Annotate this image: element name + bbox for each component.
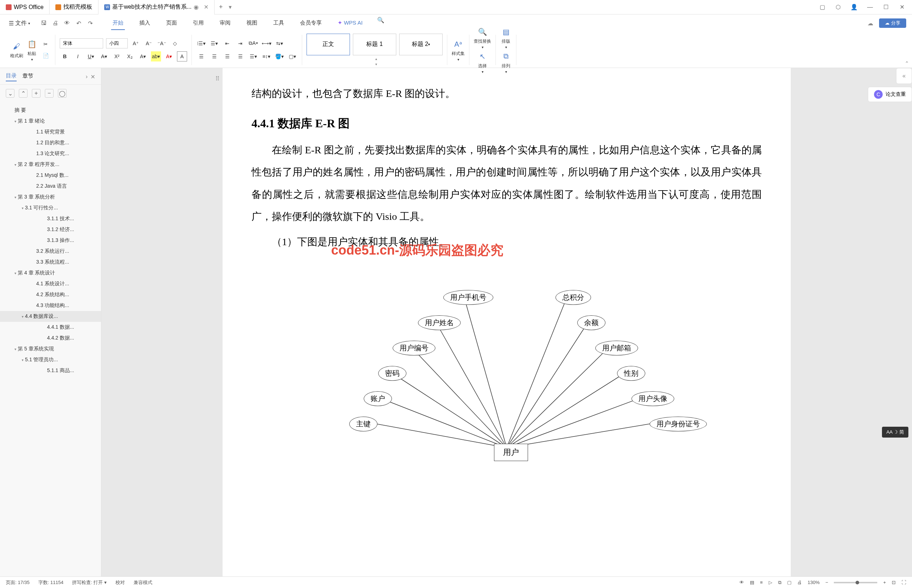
maximize-button[interactable]: ☐ xyxy=(881,3,890,11)
increase-font-button[interactable]: A⁺ xyxy=(131,38,141,48)
nav-next-icon[interactable]: › xyxy=(86,73,87,80)
ribbon-collapse-icon[interactable]: ⌃ xyxy=(905,60,909,66)
view-play-icon[interactable]: ▷ xyxy=(769,580,772,585)
find-replace-button[interactable]: 🔍 查找替换▾ xyxy=(474,26,491,49)
font-name-select[interactable] xyxy=(60,38,103,48)
language-toggle[interactable]: AA ☽ 简 xyxy=(882,427,909,438)
toc-item[interactable]: 4.4.1 数据... xyxy=(0,322,101,333)
toc-item[interactable]: 3.1.1 技术... xyxy=(0,213,101,224)
decrease-font-button[interactable]: A⁻ xyxy=(144,38,154,48)
cut-button[interactable]: ✂ xyxy=(40,39,51,49)
tab-insert[interactable]: 插入 xyxy=(138,17,152,30)
word-count[interactable]: 字数: 11154 xyxy=(38,579,63,586)
icon-1[interactable]: ▢ xyxy=(818,3,826,11)
view-outline-icon[interactable]: ⧉ xyxy=(778,580,781,585)
preview-icon[interactable]: 👁 xyxy=(63,19,71,27)
sidebar-tab-outline[interactable]: 目录 xyxy=(6,72,17,81)
style-normal[interactable]: 正文 xyxy=(306,34,350,55)
toc-item[interactable]: 4.1 系统设计... xyxy=(0,278,101,289)
style-down-icon[interactable]: ▾ xyxy=(375,62,377,66)
toc-item[interactable]: 4.2 系统结构... xyxy=(0,289,101,300)
decrease-indent-button[interactable]: ⇤ xyxy=(222,38,232,48)
tab-wps-ai[interactable]: ✦ WPS AI xyxy=(336,17,364,30)
align-center-button[interactable]: ☰ xyxy=(209,51,219,61)
highlight-button[interactable]: ab▾ xyxy=(151,51,161,61)
style-up-icon[interactable]: ▴ xyxy=(375,57,377,61)
toc-item[interactable]: ▾4.4 数据库设... xyxy=(0,311,101,322)
tab-start[interactable]: 开始 xyxy=(111,17,125,30)
select-button[interactable]: ↖ 选择▾ xyxy=(476,51,488,74)
tab-page[interactable]: 页面 xyxy=(165,17,178,30)
undo-icon[interactable]: ↶ xyxy=(75,19,82,27)
toc-expand-icon[interactable]: ▾ xyxy=(15,271,16,275)
sidebar-tab-chapters[interactable]: 章节 xyxy=(23,73,33,81)
superscript-button[interactable]: X² xyxy=(112,51,122,61)
fit-width-icon[interactable]: ⊡ xyxy=(892,580,896,585)
toc-item[interactable]: 1.2 目的和意... xyxy=(0,137,101,148)
toc-item[interactable]: 2.2 Java 语言 xyxy=(0,181,101,192)
style-set-button[interactable]: Aᵃ 样式集▾ xyxy=(452,38,465,61)
zoom-in-button[interactable]: + xyxy=(883,580,886,585)
arrange-button[interactable]: ▤ 排版▾ xyxy=(500,26,512,49)
tool-add-icon[interactable]: + xyxy=(32,89,40,98)
text-effect-button[interactable]: A▾ xyxy=(138,51,148,61)
italic-button[interactable]: I xyxy=(73,51,83,61)
close-button[interactable]: ✕ xyxy=(897,3,906,11)
tab-document[interactable]: W 基于web技术的土特产销售系... ◉ ✕ xyxy=(99,0,215,15)
close-icon[interactable]: ✕ xyxy=(204,3,209,10)
toc-expand-icon[interactable]: ▾ xyxy=(22,315,24,318)
underline-button[interactable]: U▾ xyxy=(86,51,96,61)
toc-expand-icon[interactable]: ▾ xyxy=(15,195,16,199)
toc-item[interactable]: 4.4.2 数据... xyxy=(0,333,101,344)
toc-item[interactable]: ▾第 5 章系统实现 xyxy=(0,344,101,354)
bullet-list-button[interactable]: ⁝☰▾ xyxy=(196,38,206,48)
change-case-button[interactable]: ⁻A⁻ xyxy=(157,38,167,48)
clear-format-button[interactable]: ◇ xyxy=(170,38,180,48)
add-tab-button[interactable]: + xyxy=(215,3,227,11)
font-color-button[interactable]: A▾ xyxy=(164,51,174,61)
print-icon[interactable]: 🖨 xyxy=(52,19,59,27)
view-print-icon[interactable]: 🖨 xyxy=(797,580,802,585)
paper-check-button[interactable]: C 论文查重 xyxy=(868,87,912,102)
view-eye-icon[interactable]: 👁 xyxy=(739,580,744,585)
view-page-icon[interactable]: ▤ xyxy=(750,580,754,585)
tool-expand-icon[interactable]: ⌃ xyxy=(19,89,28,98)
toc-item[interactable]: 3.1.3 操作... xyxy=(0,235,101,246)
tab-templates[interactable]: 找稻壳模板 xyxy=(50,0,99,15)
toc-item[interactable]: ▾5.1 管理员功... xyxy=(0,354,101,365)
zoom-slider[interactable] xyxy=(834,582,877,583)
cloud-icon[interactable]: ☁ xyxy=(867,20,873,27)
file-menu[interactable]: ☰ 文件 ▾ xyxy=(6,18,33,29)
avatar-icon[interactable]: 👤 xyxy=(850,3,859,11)
fullscreen-icon[interactable]: ⛶ xyxy=(902,580,906,585)
format-painter-button[interactable]: 🖌 格式刷 xyxy=(10,40,23,59)
tool-remove-icon[interactable]: − xyxy=(45,89,53,98)
toc-expand-icon[interactable]: ▾ xyxy=(15,120,16,123)
search-icon[interactable]: 🔍 xyxy=(377,17,384,24)
toc-item[interactable]: ▾第 3 章 系统分析 xyxy=(0,192,101,202)
align-left-button[interactable]: ☰ xyxy=(196,51,206,61)
toc-item[interactable]: 5.1.1 商品... xyxy=(0,365,101,376)
pin-icon[interactable]: ◉ xyxy=(194,3,199,10)
dropdown-icon[interactable]: ▾ xyxy=(229,3,232,10)
tab-wps-office[interactable]: WPS Office xyxy=(0,0,50,15)
sidebar-close-icon[interactable]: ✕ xyxy=(91,73,95,80)
distribute-button[interactable]: ☰▾ xyxy=(248,51,258,61)
toc-item[interactable]: 3.2 系统运行... xyxy=(0,246,101,257)
toc-expand-icon[interactable]: ▾ xyxy=(22,358,24,362)
spell-check-status[interactable]: 拼写检查: 打开 ▾ xyxy=(72,579,107,586)
view-web-icon[interactable]: ▢ xyxy=(787,580,792,585)
zoom-label[interactable]: 130% xyxy=(808,580,820,585)
style-heading2[interactable]: 标题 2 ▾ xyxy=(399,34,442,55)
font-size-select[interactable] xyxy=(106,38,128,48)
tab-reference[interactable]: 引用 xyxy=(191,17,205,30)
save-icon[interactable]: 🖫 xyxy=(40,19,47,27)
redo-icon[interactable]: ↷ xyxy=(86,19,94,27)
toc-item[interactable]: ▾3.1 可行性分... xyxy=(0,202,101,213)
align-right-button[interactable]: ☰ xyxy=(222,51,232,61)
subscript-button[interactable]: X₂ xyxy=(125,51,135,61)
character-shading-button[interactable]: A xyxy=(177,51,187,61)
border-button[interactable]: ▢▾ xyxy=(287,51,298,61)
minimize-button[interactable]: — xyxy=(866,3,874,11)
paste-button[interactable]: 📋 粘贴▾ xyxy=(26,38,38,61)
